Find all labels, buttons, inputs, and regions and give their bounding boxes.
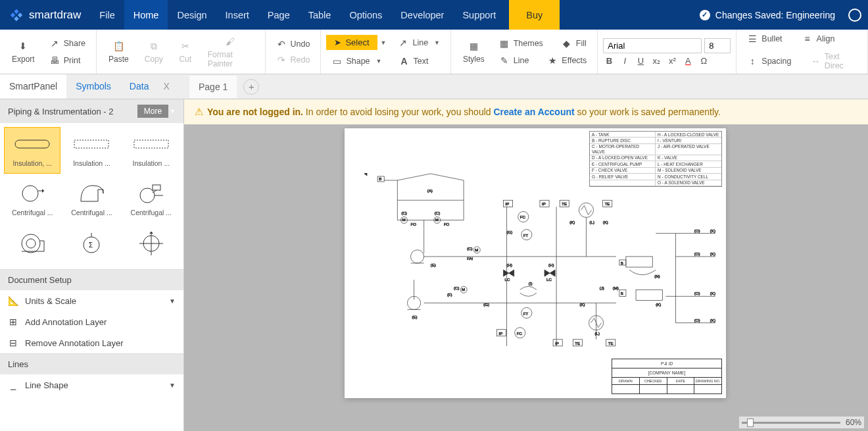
page-tab-1[interactable]: Page 1: [189, 76, 237, 98]
font-family-select[interactable]: [603, 38, 702, 53]
fill-button[interactable]: ◆Fill: [556, 36, 592, 51]
svg-text:M: M: [462, 288, 465, 292]
italic-button[interactable]: I: [619, 56, 631, 66]
svg-text:(E): (E): [412, 315, 418, 319]
symbol-item[interactable]: [4, 226, 60, 265]
menu-file[interactable]: File: [90, 0, 124, 30]
ruler-icon: 📐: [8, 295, 18, 306]
redo-button[interactable]: ↷Redo: [271, 52, 316, 68]
logo-icon: [9, 8, 24, 22]
symbol-item[interactable]: Σ: [63, 226, 120, 265]
line-shape-button[interactable]: ⎯Line Shape▼: [0, 374, 183, 395]
drawing-page[interactable]: A - TANKH - A LOCKED-CLOSED VALVEB - RUP…: [345, 128, 726, 398]
app-logo[interactable]: smartdraw: [0, 8, 90, 22]
print-button[interactable]: 🖶Print: [44, 53, 91, 68]
add-page-button[interactable]: +: [243, 79, 259, 95]
underline-button[interactable]: U: [635, 56, 646, 66]
menu-support[interactable]: Support: [453, 0, 505, 30]
smartpanel-tab[interactable]: SmartPanel: [0, 74, 66, 99]
svg-text:LC: LC: [546, 278, 552, 282]
symbol-item[interactable]: Insulation ...: [63, 127, 120, 174]
line-icon: ↗: [398, 38, 408, 48]
omega-button[interactable]: Ω: [698, 56, 710, 66]
align-icon: ≡: [802, 34, 813, 44]
text-tool-button[interactable]: AText: [393, 53, 433, 69]
chevron-down-icon[interactable]: ▼: [381, 39, 387, 46]
copy-icon: ⧉: [147, 39, 160, 53]
svg-text:IP: IP: [542, 202, 546, 206]
select-tool-button[interactable]: ➤Select: [326, 35, 377, 50]
symbol-item[interactable]: Centrifugal ...: [63, 176, 120, 223]
side-panel: Piping & Instrumentation - 2 More ▼ Insu…: [0, 99, 184, 431]
menu-home[interactable]: Home: [124, 0, 168, 30]
subscript-button[interactable]: x₂: [650, 56, 662, 66]
units-scale-button[interactable]: 📐Units & Scale▼: [0, 290, 183, 311]
cut-button[interactable]: ✂Cut: [172, 37, 199, 66]
undo-button[interactable]: ↶Undo: [271, 36, 316, 52]
more-button[interactable]: More: [137, 105, 168, 118]
zoom-slider[interactable]: [742, 422, 840, 424]
symbol-item[interactable]: Centrifugal ...: [4, 176, 60, 223]
check-icon: ✓: [700, 10, 710, 20]
menu-page[interactable]: Page: [258, 0, 299, 30]
font-size-select[interactable]: [704, 38, 731, 53]
svg-text:TE: TE: [605, 202, 610, 206]
svg-rect-2: [134, 140, 168, 148]
svg-text:(K): (K): [710, 318, 715, 322]
menu-insert[interactable]: Insert: [216, 0, 258, 30]
close-panel-button[interactable]: X: [158, 74, 174, 99]
canvas-area[interactable]: ⚠ You are not logged in. In order to avo…: [184, 99, 868, 431]
bullet-button[interactable]: ☰Bullet: [742, 31, 787, 47]
themes-button[interactable]: ▦Themes: [494, 36, 548, 51]
text-direction-button[interactable]: ↔Text Direc: [806, 49, 862, 73]
export-button[interactable]: ⬇ Export: [5, 37, 41, 66]
remove-layer-button[interactable]: ⊟Remove Annotation Layer: [0, 332, 183, 353]
svg-text:(L): (L): [590, 220, 594, 224]
menu-options[interactable]: Options: [340, 0, 391, 30]
align-button[interactable]: ≡Align: [797, 31, 840, 47]
menu-table[interactable]: Table: [299, 0, 341, 30]
font-color-button[interactable]: A: [682, 56, 694, 66]
add-layer-button[interactable]: ⊞Add Annotation Layer: [0, 311, 183, 332]
buy-button[interactable]: Buy: [509, 0, 560, 30]
svg-text:(I): (I): [529, 282, 533, 286]
symbol-item[interactable]: Insulation, ...: [4, 127, 60, 174]
svg-text:(H): (H): [548, 263, 554, 267]
download-icon: ⬇: [16, 39, 30, 53]
warning-icon: ⚠: [195, 106, 203, 118]
svg-rect-1: [74, 140, 108, 148]
bold-button[interactable]: B: [603, 56, 615, 66]
line-tool-button[interactable]: ↗Line▼: [393, 35, 445, 51]
menu-developer[interactable]: Developer: [391, 0, 453, 30]
copy-button[interactable]: ⧉Copy: [138, 37, 170, 66]
svg-text:LC: LC: [505, 278, 510, 282]
data-tab[interactable]: Data: [120, 74, 158, 99]
format-painter-button[interactable]: 🖌Format Painter: [201, 32, 260, 71]
symbol-item[interactable]: [123, 226, 180, 265]
spacing-button[interactable]: ↕Spacing: [742, 49, 796, 73]
symbol-item[interactable]: Insulation ...: [123, 127, 180, 174]
superscript-button[interactable]: x²: [666, 56, 678, 66]
symbols-tab[interactable]: Symbols: [66, 74, 120, 99]
svg-text:FO: FO: [411, 222, 417, 226]
svg-text:S: S: [621, 292, 623, 295]
symbol-item[interactable]: Centrifugal ...: [123, 176, 180, 223]
tab-bar: SmartPanel Symbols Data X Page 1 +: [0, 74, 868, 99]
help-icon[interactable]: [848, 9, 861, 22]
zoom-control[interactable]: 60%: [739, 417, 864, 428]
svg-text:(G): (G): [483, 303, 489, 307]
paste-button[interactable]: 📋Paste: [102, 37, 135, 66]
svg-text:FAI: FAI: [467, 257, 473, 261]
share-button[interactable]: ↗Share: [44, 36, 91, 51]
line-style-button[interactable]: ✎Line: [494, 53, 535, 68]
create-account-link[interactable]: Create an Account: [493, 107, 574, 117]
effects-button[interactable]: ★Effects: [542, 53, 592, 68]
shape-tool-button[interactable]: ▭Shape▼: [326, 53, 387, 69]
styles-button[interactable]: ▦Styles: [456, 37, 491, 66]
svg-text:(K): (K): [569, 220, 575, 224]
pid-diagram[interactable]: (A) B M(C) M(C) FOFO (E) (E): [364, 173, 722, 360]
svg-text:(H): (H): [507, 263, 512, 267]
svg-text:(M): (M): [613, 286, 619, 290]
svg-text:S: S: [621, 261, 623, 265]
menu-design[interactable]: Design: [168, 0, 216, 30]
